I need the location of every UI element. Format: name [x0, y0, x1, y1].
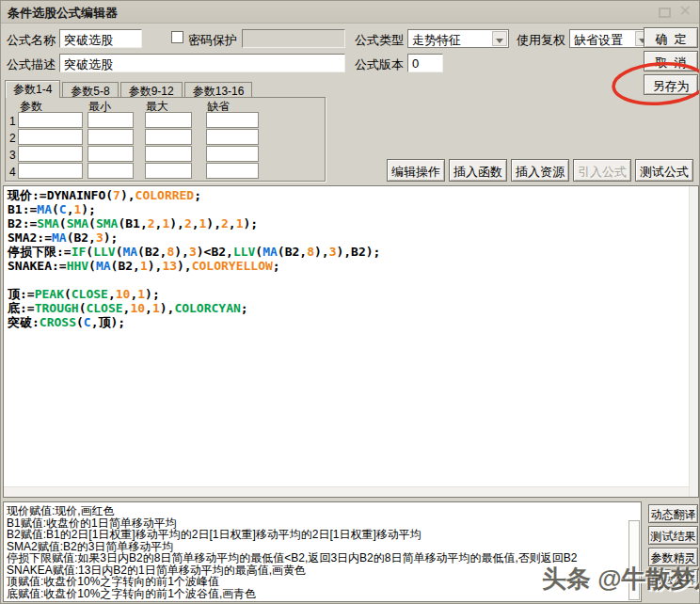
- param-input[interactable]: [18, 112, 83, 128]
- edit-operation-button-label: 编辑操作: [391, 161, 440, 181]
- param-input[interactable]: [88, 129, 134, 145]
- row-number: 4: [9, 166, 16, 179]
- test-result-button[interactable]: 测试结果: [648, 526, 698, 545]
- code-line: SNAKEA:=HHV(MA(B2,1),13),COLORYELLOW;: [8, 259, 685, 273]
- import-formula-button-label: 引入公式: [578, 161, 627, 181]
- password-input: [242, 29, 345, 48]
- test-formula-button-label: 测试公式: [640, 161, 689, 181]
- test-result-button-label: 测试结果: [651, 527, 696, 545]
- param-row: 2: [6, 129, 325, 146]
- usage-note-button-label: 用法注释: [651, 570, 696, 588]
- param-wizard-button-label: 参数精灵: [651, 548, 696, 566]
- formula-name-label: 公式名称: [7, 32, 56, 49]
- adjust-value: 缺省设置: [574, 32, 623, 49]
- param-row: 3: [6, 146, 325, 163]
- translation-lines: 现价赋值:现价,画红色B1赋值:收盘价的1日简单移动平均B2赋值:B1的2日[1…: [7, 505, 577, 599]
- window-title: 条件选股公式编辑器: [8, 5, 118, 22]
- param-input[interactable]: [145, 163, 192, 179]
- code-line: 顶:=PEAK(CLOSE,10,1);: [8, 287, 685, 301]
- insert-resource-button-label: 插入资源: [516, 161, 565, 181]
- tab-params-2[interactable]: 参数5-8: [62, 82, 118, 98]
- formula-desc-label: 公式描述: [7, 56, 56, 73]
- chevron-down-icon[interactable]: [492, 31, 507, 46]
- insert-function-button-label: 插入函数: [453, 161, 502, 181]
- adjust-label: 使用复权: [517, 32, 565, 49]
- formula-desc-input[interactable]: 突破选股: [59, 54, 345, 72]
- translation-line: 现价赋值:现价,画红色: [7, 505, 577, 517]
- param-input[interactable]: [206, 146, 259, 162]
- adjust-dropdown[interactable]: 缺省设置: [569, 29, 652, 48]
- translation-line: 底赋值:收盘价10%之字转向的前1个波谷值,画青色: [7, 588, 577, 600]
- param-input[interactable]: [88, 112, 134, 128]
- code-line: 停损下限:=IF(LLV(MA(B2,8),3)<B2,LLV(MA(B2,8)…: [8, 245, 685, 259]
- code-line: B1:=MA(C,1);: [8, 202, 685, 216]
- param-input[interactable]: [88, 146, 134, 162]
- formula-type-label: 公式类型: [355, 32, 404, 49]
- cancel-button-label: 取 消: [655, 52, 686, 72]
- code-line: SMA2:=MA(B2,3);: [8, 230, 685, 245]
- cancel-button[interactable]: 取 消: [644, 51, 698, 72]
- ok-button-label: 确 定: [655, 28, 686, 48]
- param-tabs: 参数1-4参数5-8参数9-12参数13-16: [5, 80, 254, 98]
- insert-resource-button[interactable]: 插入资源: [511, 159, 569, 182]
- translation-line: 停损下限赋值:如果3日内B2的8日简单移动平均的最低值<B2,返回3日内B2的8…: [7, 552, 577, 564]
- code-lines: 现价:=DYNAINFO(7),COLORRED;B1:=MA(C,1);B2:…: [8, 188, 685, 329]
- param-input[interactable]: [145, 129, 192, 145]
- param-input[interactable]: [206, 129, 259, 145]
- formula-type-dropdown[interactable]: 走势特征: [407, 29, 509, 48]
- param-input[interactable]: [145, 146, 192, 162]
- dynamic-translate-button-label: 动态翻译: [651, 505, 696, 523]
- translation-panel[interactable]: 现价赋值:现价,画红色B1赋值:收盘价的1日简单移动平均B2赋值:B1的2日[1…: [3, 501, 642, 602]
- password-protect-label: 密码保护: [188, 32, 237, 49]
- param-input[interactable]: [206, 163, 259, 179]
- param-input[interactable]: [88, 163, 134, 179]
- close-icon[interactable]: ✕: [679, 4, 692, 19]
- code-line: 突破:CROSS(C,顶);: [8, 315, 685, 329]
- editor-toolbar: 编辑操作插入函数插入资源引入公式测试公式: [387, 159, 693, 182]
- insert-function-button[interactable]: 插入函数: [449, 159, 507, 182]
- tab-params-3[interactable]: 参数9-12: [120, 82, 183, 98]
- titlebar[interactable]: 条件选股公式编辑器 ✕: [1, 1, 699, 24]
- ok-button[interactable]: 确 定: [644, 27, 698, 48]
- vertical-scrollbar[interactable]: [689, 186, 698, 497]
- maximize-icon[interactable]: [659, 8, 671, 18]
- param-input[interactable]: [18, 163, 83, 179]
- translation-scrollbar[interactable]: [628, 520, 640, 600]
- formula-editor-window: 条件选股公式编辑器 ✕ 公式名称 突破选股 密码保护 公式类型 走势特征 使用复…: [0, 0, 700, 604]
- row-number: 2: [9, 132, 16, 145]
- param-input[interactable]: [18, 146, 83, 162]
- tab-params-1[interactable]: 参数1-4: [5, 80, 60, 98]
- row-number: 3: [9, 149, 16, 162]
- code-line: B2:=SMA(SMA(SMA(B1,2,1),2,1),2,1);: [8, 216, 685, 230]
- formula-version-input[interactable]: 0: [407, 54, 443, 72]
- test-formula-button[interactable]: 测试公式: [635, 159, 693, 182]
- formula-name-input[interactable]: 突破选股: [59, 29, 142, 48]
- param-table: 参数最小最大缺省 1234: [5, 97, 326, 182]
- param-input[interactable]: [145, 112, 192, 128]
- formula-version-label: 公式版本: [355, 56, 404, 73]
- param-wizard-button[interactable]: 参数精灵: [648, 548, 698, 566]
- import-formula-button: 引入公式: [573, 159, 631, 182]
- save-as-button-label: 另存为: [653, 75, 690, 95]
- code-line: 现价:=DYNAINFO(7),COLORRED;: [8, 188, 685, 202]
- edit-operation-button[interactable]: 编辑操作: [387, 159, 445, 182]
- horizontal-scrollbar[interactable]: [4, 486, 691, 497]
- dynamic-translate-button[interactable]: 动态翻译: [648, 504, 698, 523]
- param-row: 1: [6, 112, 325, 129]
- tab-params-4[interactable]: 参数13-16: [184, 82, 253, 98]
- param-input[interactable]: [206, 112, 259, 128]
- formula-type-value: 走势特征: [412, 32, 461, 49]
- password-protect-checkbox[interactable]: [171, 31, 183, 43]
- param-row: 4: [6, 163, 325, 180]
- code-line: [8, 273, 685, 287]
- usage-note-button[interactable]: 用法注释: [648, 569, 698, 588]
- translation-line: B2赋值:B1的2日[1日权重]移动平均的2日[1日权重]移动平均的2日[1日权…: [7, 529, 577, 541]
- code-line: 底:=TROUGH(CLOSE,10,1),COLORCYAN;: [8, 301, 685, 315]
- param-input[interactable]: [18, 129, 83, 145]
- translation-line: 顶赋值:收盘价10%之字转向的前1个波峰值: [7, 576, 577, 588]
- side-buttons: 动态翻译测试结果参数精灵用法注释: [648, 504, 698, 588]
- row-number: 1: [9, 115, 16, 128]
- save-as-button[interactable]: 另存为: [644, 74, 698, 95]
- code-editor[interactable]: 现价:=DYNAINFO(7),COLORRED;B1:=MA(C,1);B2:…: [3, 185, 699, 498]
